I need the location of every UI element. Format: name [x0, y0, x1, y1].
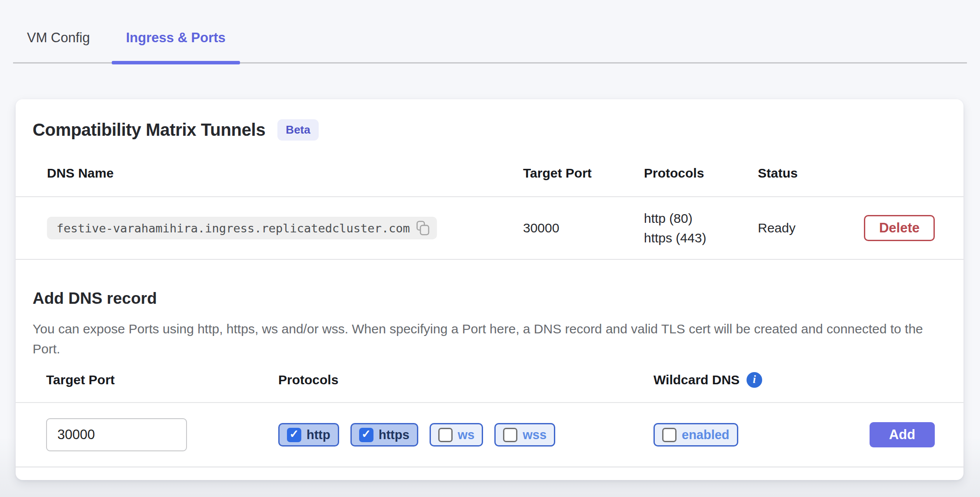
dns-name-cell: festive-varahamihira.ingress.replicatedc…: [16, 217, 509, 239]
protocol-checkbox-https[interactable]: https: [350, 423, 418, 447]
table-row: festive-varahamihira.ingress.replicatedc…: [16, 197, 963, 260]
dns-name-value: festive-varahamihira.ingress.replicatedc…: [57, 222, 410, 235]
target-port-cell: 30000: [509, 221, 630, 235]
label-target-port: Target Port: [16, 373, 248, 387]
label-wildcard-dns: Wildcard DNS i: [623, 372, 963, 388]
copy-icon: [416, 220, 430, 236]
protocol-options: http https ws wss: [248, 423, 623, 447]
protocol-line: http (80): [644, 211, 744, 226]
status-cell: Ready Delete: [744, 215, 963, 241]
col-header-dns-name: DNS Name: [16, 166, 509, 181]
label-protocols: Protocols: [248, 373, 623, 387]
dns-name-pill: festive-varahamihira.ingress.replicatedc…: [47, 217, 437, 239]
protocol-checkbox-http[interactable]: http: [278, 423, 339, 447]
add-button[interactable]: Add: [870, 422, 935, 447]
col-header-protocols: Protocols: [630, 166, 744, 181]
checkbox-icon: [359, 428, 373, 442]
target-port-input[interactable]: [46, 418, 187, 451]
col-header-status: Status: [744, 166, 963, 181]
table-header-row: DNS Name Target Port Protocols Status: [16, 154, 963, 197]
wildcard-enabled-checkbox[interactable]: enabled: [653, 423, 738, 447]
tab-vm-config[interactable]: VM Config: [27, 30, 90, 62]
checkbox-icon: [662, 428, 677, 442]
wildcard-enabled-label: enabled: [682, 428, 730, 442]
card-header: Compatibility Matrix Tunnels Beta: [16, 99, 963, 141]
add-dns-description: You can expose Ports using http, https, …: [33, 319, 928, 359]
tunnels-table: DNS Name Target Port Protocols Status fe…: [16, 154, 963, 260]
checkbox-icon: [438, 428, 453, 442]
protocol-line: https (443): [644, 231, 744, 245]
protocol-label: https: [379, 428, 410, 442]
protocol-label: http: [307, 428, 330, 442]
col-header-target-port: Target Port: [509, 166, 630, 181]
status-value: Ready: [758, 221, 796, 235]
checkbox-icon: [287, 428, 301, 442]
protocol-label: wss: [523, 428, 547, 442]
form-label-row: Target Port Protocols Wildcard DNS i: [16, 372, 963, 403]
tunnels-card: Compatibility Matrix Tunnels Beta DNS Na…: [16, 99, 963, 480]
tab-bar: VM Config Ingress & Ports: [13, 0, 967, 64]
card-title: Compatibility Matrix Tunnels: [33, 120, 265, 140]
add-dns-heading: Add DNS record: [33, 289, 946, 308]
wildcard-dns-text: Wildcard DNS: [653, 373, 740, 387]
copy-dns-button[interactable]: [416, 220, 430, 236]
info-icon[interactable]: i: [747, 372, 762, 388]
checkbox-icon: [503, 428, 517, 442]
page: VM Config Ingress & Ports Compatibility …: [0, 0, 980, 497]
delete-button[interactable]: Delete: [864, 215, 935, 241]
form-control-row: http https ws wss enabled: [16, 403, 963, 467]
tab-ingress-ports[interactable]: Ingress & Ports: [112, 30, 240, 62]
protocol-checkbox-ws[interactable]: ws: [430, 423, 483, 447]
protocol-label: ws: [458, 428, 475, 442]
protocols-cell: http (80) https (443): [630, 211, 744, 245]
beta-badge: Beta: [277, 119, 318, 141]
protocol-checkbox-wss[interactable]: wss: [494, 423, 555, 447]
